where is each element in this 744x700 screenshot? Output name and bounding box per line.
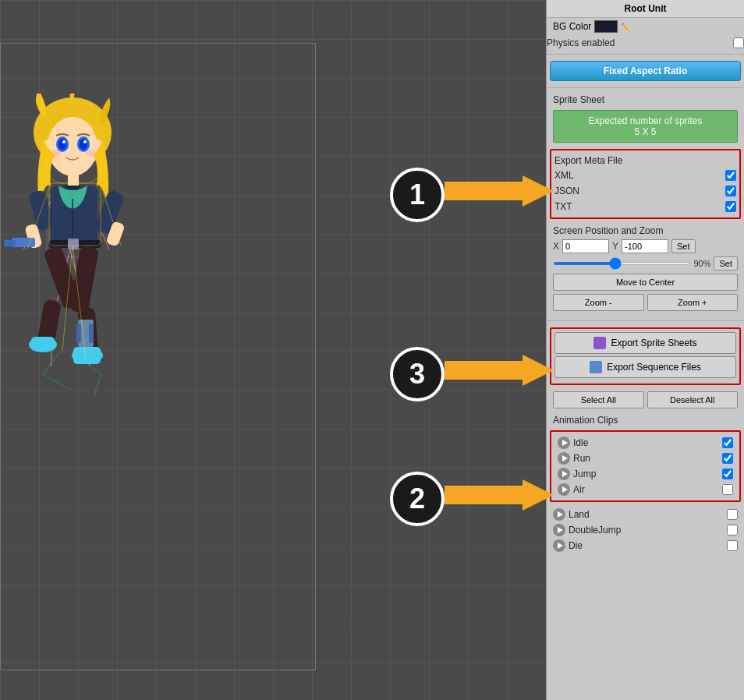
play-icon-run[interactable] — [558, 452, 570, 465]
json-row: JSON — [554, 183, 736, 199]
svg-point-10 — [48, 117, 97, 176]
expected-sprites-label: Expected number of sprites — [558, 115, 732, 126]
bg-color-row: BG Color ✏️ — [547, 18, 744, 35]
export-buttons-section: Export Sprite Sheets Export Sequence Fil… — [550, 327, 741, 385]
canvas-area: 1 3 2 — [0, 0, 546, 700]
anim-name-run: Run — [573, 453, 719, 464]
bg-color-label: BG Color — [553, 21, 591, 32]
anim-check-jump[interactable] — [722, 468, 733, 479]
callout-3: 3 — [390, 347, 445, 401]
anim-name-doublejump: DoubleJump — [569, 525, 724, 536]
physics-checkbox[interactable] — [733, 37, 744, 48]
json-checkbox[interactable] — [725, 186, 736, 196]
anim-clips-label: Animation Clips — [547, 412, 744, 427]
list-item: Land — [550, 507, 741, 522]
anim-check-air[interactable] — [722, 484, 733, 495]
anim-check-run[interactable] — [722, 453, 733, 464]
play-icon-land[interactable] — [553, 508, 565, 521]
screen-pos-label: Screen Position and Zoom — [553, 225, 738, 239]
anim-name-land: Land — [569, 509, 724, 520]
play-icon-die[interactable] — [553, 539, 565, 552]
svg-line-52 — [94, 374, 101, 398]
zoom-buttons-row: Zoom - Zoom + — [553, 294, 738, 314]
zoom-slider[interactable] — [553, 262, 690, 265]
play-icon-doublejump[interactable] — [553, 524, 565, 536]
txt-row: TXT — [554, 199, 736, 214]
list-item: Air — [554, 482, 736, 497]
x-input[interactable] — [562, 239, 609, 253]
svg-point-14 — [80, 139, 87, 150]
svg-point-13 — [58, 139, 66, 150]
xml-row: XML — [554, 168, 736, 183]
y-input[interactable] — [622, 239, 668, 253]
list-item: Idle — [554, 435, 736, 451]
txt-label: TXT — [554, 201, 722, 212]
select-all-button[interactable]: Select All — [553, 391, 644, 408]
bg-color-edit-icon[interactable]: ✏️ — [621, 23, 630, 31]
txt-checkbox[interactable] — [725, 201, 736, 212]
play-icon-idle[interactable] — [558, 437, 570, 449]
anim-name-air: Air — [573, 484, 719, 495]
svg-rect-31 — [68, 239, 79, 249]
svg-rect-35 — [31, 337, 55, 351]
list-item: Die — [550, 538, 741, 553]
arrow-3 — [445, 355, 554, 386]
set-button-2[interactable]: Set — [714, 256, 738, 270]
zoom-minus-button[interactable]: Zoom - — [553, 294, 644, 311]
select-row: Select All Deselect All — [547, 388, 744, 412]
svg-marker-55 — [445, 479, 554, 511]
export-sequence-icon — [590, 361, 602, 373]
svg-point-39 — [72, 348, 103, 363]
json-label: JSON — [554, 186, 722, 196]
zoom-slider-row: 90% Set — [553, 256, 738, 270]
anim-name-die: Die — [569, 540, 724, 551]
export-meta-label: Export Meta File — [554, 154, 736, 168]
play-icon-jump[interactable] — [558, 468, 570, 480]
list-item: DoubleJump — [550, 522, 741, 538]
bg-color-swatch[interactable] — [594, 20, 618, 33]
sprite-sheet-label: Sprite Sheet — [547, 91, 744, 107]
svg-point-16 — [83, 140, 87, 143]
svg-line-50 — [43, 374, 70, 390]
anim-clips-checked-section: Idle Run Jump Air — [550, 430, 741, 502]
list-item: Run — [554, 451, 736, 466]
set-button-1[interactable]: Set — [671, 239, 696, 253]
svg-rect-21 — [68, 171, 79, 187]
callout-1: 1 — [390, 168, 445, 222]
export-sequence-files-button[interactable]: Export Sequence Files — [554, 356, 736, 378]
svg-marker-54 — [445, 355, 554, 386]
arrow-1 — [445, 175, 554, 207]
fixed-aspect-ratio-button[interactable]: Fixed Aspect Ratio — [550, 61, 741, 81]
xml-checkbox[interactable] — [725, 170, 736, 181]
callout-2: 2 — [390, 472, 445, 526]
physics-label: Physics enabled — [547, 37, 730, 48]
screen-pos-section: Screen Position and Zoom X Y Set 90% Set… — [547, 222, 744, 317]
anim-check-idle[interactable] — [722, 437, 733, 448]
anim-unchecked-list: Land DoubleJump Die — [547, 505, 744, 555]
list-item: Jump — [554, 466, 736, 482]
export-sprite-sheets-button[interactable]: Export Sprite Sheets — [554, 332, 736, 354]
move-to-center-button[interactable]: Move to Center — [553, 274, 738, 291]
expected-sprites-box: Expected number of sprites 5 X 5 — [553, 110, 738, 143]
anim-name-jump: Jump — [573, 468, 719, 479]
arrow-2 — [445, 479, 554, 511]
character-svg — [0, 94, 172, 577]
anim-name-idle: Idle — [573, 437, 719, 448]
expected-sprites-value: 5 X 5 — [558, 126, 732, 137]
anim-check-land[interactable] — [727, 509, 738, 520]
character-display — [0, 94, 172, 577]
anim-check-die[interactable] — [727, 540, 738, 551]
panel-header: Root Unit — [547, 0, 744, 18]
svg-point-15 — [62, 140, 66, 143]
svg-rect-42 — [89, 323, 94, 343]
export-sprites-icon — [593, 337, 606, 349]
right-panel: Root Unit BG Color ✏️ Physics enabled Fi… — [546, 0, 744, 700]
zoom-value-label: 90% — [693, 259, 710, 268]
play-icon-air[interactable] — [558, 483, 570, 496]
x-label: X — [553, 241, 559, 252]
deselect-all-button[interactable]: Deselect All — [647, 391, 739, 408]
svg-marker-53 — [445, 175, 554, 207]
zoom-plus-button[interactable]: Zoom + — [647, 294, 739, 311]
anim-check-doublejump[interactable] — [727, 525, 738, 536]
svg-rect-27 — [4, 240, 16, 246]
